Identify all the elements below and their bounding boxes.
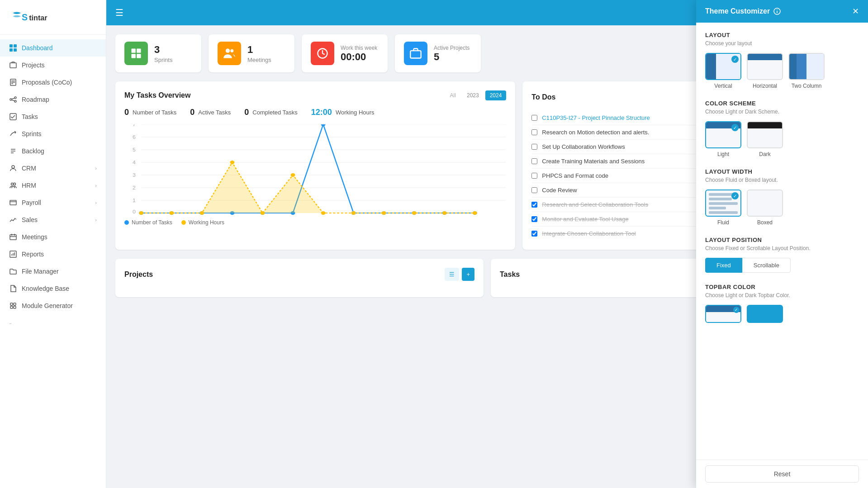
sidebar-item-tasks[interactable]: Tasks <box>0 108 106 125</box>
projects-list-btn[interactable]: ☰ <box>445 268 459 281</box>
preview-sidebar-2 <box>797 54 806 79</box>
light-preview: ✓ <box>705 121 741 148</box>
scrollable-position-btn[interactable]: Scrollable <box>742 258 791 273</box>
tasks-card-title: Tasks <box>500 270 520 279</box>
sidebar-item-payroll[interactable]: Payroll › <box>0 194 106 211</box>
preview-bar <box>709 207 726 209</box>
sidebar-item-projects[interactable]: Projects <box>0 57 106 74</box>
layout-option-horizontal[interactable]: Horizontal <box>747 53 783 89</box>
sales-icon <box>9 216 17 224</box>
sidebar-item-backlog[interactable]: Backlog <box>0 142 106 160</box>
sidebar-item-label: Module Generator <box>22 302 73 309</box>
sidebar-item-reports[interactable]: Reports <box>0 246 106 263</box>
layout-position-desc: Choose Fixed or Scrollable Layout Positi… <box>705 245 859 251</box>
todo-checkbox[interactable] <box>531 129 537 135</box>
topbar-light-preview[interactable]: ✓ <box>705 305 741 323</box>
todo-checkbox[interactable] <box>531 144 537 150</box>
topbar-dark-preview[interactable] <box>747 305 783 323</box>
stat-card-meetings: 1 Meetings <box>209 34 294 72</box>
sidebar-item-module-generator[interactable]: Module Generator <box>0 297 106 314</box>
preview-topbar <box>748 122 782 128</box>
tab-all[interactable]: All <box>446 90 460 100</box>
sidebar-item-label: Sprints <box>22 130 42 137</box>
color-scheme-section: COLOR SCHEME Choose Light or Dark Scheme… <box>705 100 859 157</box>
color-scheme-dark[interactable]: Dark <box>747 121 783 157</box>
layout-option-two-column[interactable]: Two Column <box>788 53 825 89</box>
sidebar-item-crm[interactable]: CRM › <box>0 160 106 177</box>
year-tabs: All 2023 2024 <box>446 90 507 100</box>
crm-icon <box>9 164 17 172</box>
svg-rect-6 <box>10 63 16 68</box>
topbar-color-options: ✓ <box>705 305 859 323</box>
todo-checkbox[interactable] <box>531 202 537 208</box>
meetings-icon <box>9 233 17 241</box>
svg-rect-37 <box>137 49 141 53</box>
preview-sidebar <box>706 54 716 79</box>
todo-checkbox[interactable] <box>531 231 537 237</box>
layout-option-vertical[interactable]: ✓ Vertical <box>705 53 741 89</box>
fixed-position-btn[interactable]: Fixed <box>705 258 742 273</box>
todo-checkbox[interactable] <box>531 173 537 179</box>
sidebar-item-label: Reports <box>22 251 44 258</box>
sidebar-item-label: HRM <box>22 182 36 189</box>
boxed-label: Boxed <box>757 219 773 226</box>
sidebar-item-proposals[interactable]: Proposals (CoCo) <box>0 74 106 91</box>
todo-checkbox[interactable] <box>531 115 537 121</box>
sidebar-item-dashboard[interactable]: Dashboard <box>0 39 106 57</box>
svg-point-19 <box>12 166 14 168</box>
layout-vertical-label: Vertical <box>714 83 732 89</box>
projects-card-header: Projects ☰ + <box>124 268 474 281</box>
svg-rect-32 <box>10 303 13 305</box>
layout-section-title: LAYOUT <box>705 32 859 38</box>
dark-scheme-label: Dark <box>759 151 770 157</box>
projects-add-btn[interactable]: + <box>462 268 474 281</box>
svg-point-78 <box>321 211 326 215</box>
preview-content <box>806 54 824 79</box>
layout-boxed[interactable]: Boxed <box>747 190 783 226</box>
theme-close-button[interactable]: ✕ <box>852 7 859 15</box>
reset-button[interactable]: Reset <box>705 465 859 483</box>
legend-tasks-dot <box>124 220 129 225</box>
proposals-icon <box>9 78 17 86</box>
sidebar-item-file-manager[interactable]: File Manager <box>0 263 106 280</box>
payroll-icon <box>9 199 17 207</box>
sidebar-nav: Dashboard Projects Proposals (CoCo) Road… <box>0 35 106 488</box>
sidebar-item-roadmap[interactable]: Roadmap <box>0 91 106 108</box>
layout-position-section: LAYOUT POSITION Choose Fixed or Scrollab… <box>705 237 859 273</box>
tasks-stats: 0 Number of Tasks 0 Active Tasks 0 Compl… <box>124 108 506 117</box>
theme-body: LAYOUT Choose your layout ✓ Vertical <box>696 23 868 460</box>
tab-2023[interactable]: 2023 <box>462 90 484 100</box>
todo-checkbox[interactable] <box>531 187 537 193</box>
theme-footer: Reset <box>696 460 868 488</box>
topbar-color-section: TOPBAR COLOR Choose Light or Dark Topbar… <box>705 284 859 323</box>
todo-checkbox[interactable] <box>531 216 537 222</box>
svg-rect-4 <box>9 48 13 52</box>
svg-rect-39 <box>137 54 141 58</box>
sales-chevron-icon: › <box>95 217 97 223</box>
sidebar-item-hrm[interactable]: HRM › <box>0 177 106 194</box>
topbar-color-desc: Choose Light or Dark Topbar Color. <box>705 292 859 298</box>
layout-horizontal-preview <box>747 53 783 80</box>
tasks-card-title: My Tasks Overview <box>124 91 190 99</box>
hamburger-menu-icon[interactable]: ☰ <box>115 7 123 18</box>
sidebar-item-sales[interactable]: Sales › <box>0 211 106 228</box>
sidebar-item-meetings[interactable]: Meetings <box>0 228 106 246</box>
file-manager-icon <box>9 267 17 275</box>
payroll-chevron-icon: › <box>95 200 97 205</box>
tab-2024[interactable]: 2024 <box>485 90 507 100</box>
todo-checkbox[interactable] <box>531 158 537 164</box>
sidebar-item-knowledge-base[interactable]: Knowledge Base <box>0 280 106 297</box>
sprints-stat-icon <box>124 42 148 65</box>
svg-rect-34 <box>10 306 13 308</box>
sidebar-item-sprints[interactable]: Sprints <box>0 125 106 142</box>
layout-fluid[interactable]: ✓ Fluid <box>705 190 741 226</box>
sidebar-item-label: Backlog <box>22 147 44 155</box>
svg-point-75 <box>230 161 234 164</box>
svg-point-77 <box>291 173 295 177</box>
stat-card-sprints: 3 Sprints <box>115 34 201 72</box>
selected-check: ✓ <box>731 192 739 199</box>
color-scheme-light[interactable]: ✓ Light <box>705 121 741 157</box>
svg-text:tintar: tintar <box>29 14 47 22</box>
svg-text:7: 7 <box>133 124 136 127</box>
my-tasks-card: My Tasks Overview All 2023 2024 0 Number… <box>115 81 515 250</box>
